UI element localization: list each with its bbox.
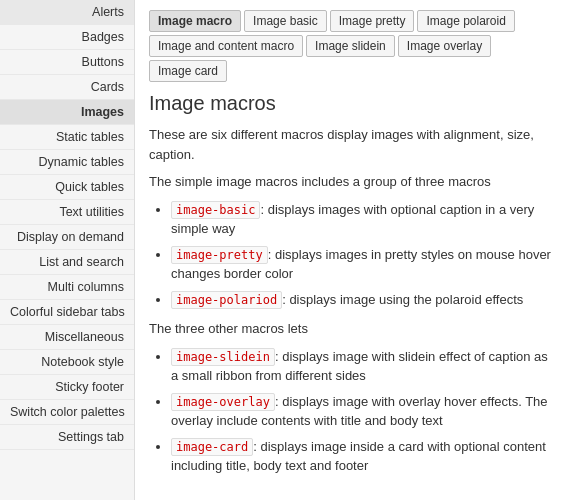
sidebar-item-cards[interactable]: Cards [0, 75, 134, 100]
sidebar-item-list-and-search[interactable]: List and search [0, 250, 134, 275]
sidebar-item-badges[interactable]: Badges [0, 25, 134, 50]
code-label: image-polariod [171, 291, 282, 309]
tab-image-basic[interactable]: Image basic [244, 10, 327, 32]
sidebar-item-buttons[interactable]: Buttons [0, 50, 134, 75]
sidebar-item-alerts[interactable]: Alerts [0, 0, 134, 25]
tab-image-macro[interactable]: Image macro [149, 10, 241, 32]
code-label: image-pretty [171, 246, 268, 264]
tab-image-card[interactable]: Image card [149, 60, 227, 82]
sidebar-item-static-tables[interactable]: Static tables [0, 125, 134, 150]
tab-image-slidein[interactable]: Image slidein [306, 35, 395, 57]
code-label: image-slidein [171, 348, 275, 366]
tab-image-overlay[interactable]: Image overlay [398, 35, 491, 57]
sidebar: AlertsBadgesButtonsCardsImagesStatic tab… [0, 0, 135, 500]
sidebar-item-images[interactable]: Images [0, 100, 134, 125]
page-title: Image macros [149, 92, 554, 115]
list2: image-slidein: displays image with slide… [171, 347, 554, 476]
tab-image-and-content-macro[interactable]: Image and content macro [149, 35, 303, 57]
list-item: image-overlay: displays image with overl… [171, 392, 554, 431]
sidebar-item-settings-tab[interactable]: Settings tab [0, 425, 134, 450]
sidebar-item-text-utilities[interactable]: Text utilities [0, 200, 134, 225]
main-content: Image macroImage basicImage prettyImage … [135, 0, 568, 500]
code-label: image-overlay [171, 393, 275, 411]
list-item: image-pretty: displays images in pretty … [171, 245, 554, 284]
sidebar-item-sticky-footer[interactable]: Sticky footer [0, 375, 134, 400]
list-item: image-card: displays image inside a card… [171, 437, 554, 476]
intro-text: These are six different macros display i… [149, 125, 554, 164]
sidebar-item-multi-columns[interactable]: Multi columns [0, 275, 134, 300]
sidebar-item-dynamic-tables[interactable]: Dynamic tables [0, 150, 134, 175]
sidebar-item-quick-tables[interactable]: Quick tables [0, 175, 134, 200]
list-item: image-basic: displays images with option… [171, 200, 554, 239]
tab-image-pretty[interactable]: Image pretty [330, 10, 415, 32]
section2-text: The three other macros lets [149, 319, 554, 339]
list-item: image-slidein: displays image with slide… [171, 347, 554, 386]
code-label: image-basic [171, 201, 260, 219]
section1-text: The simple image macros includes a group… [149, 172, 554, 192]
tab-image-polaroid[interactable]: Image polaroid [417, 10, 514, 32]
list1: image-basic: displays images with option… [171, 200, 554, 310]
sidebar-item-display-on-demand[interactable]: Display on demand [0, 225, 134, 250]
sidebar-item-notebook-style[interactable]: Notebook style [0, 350, 134, 375]
sidebar-item-switch-color-palettes[interactable]: Switch color palettes [0, 400, 134, 425]
tab-bar: Image macroImage basicImage prettyImage … [149, 10, 554, 82]
code-label: image-card [171, 438, 253, 456]
sidebar-item-miscellaneous[interactable]: Miscellaneous [0, 325, 134, 350]
list-item: image-polariod: displays image using the… [171, 290, 554, 310]
sidebar-item-colorful-sidebar-tabs[interactable]: Colorful sidebar tabs [0, 300, 134, 325]
